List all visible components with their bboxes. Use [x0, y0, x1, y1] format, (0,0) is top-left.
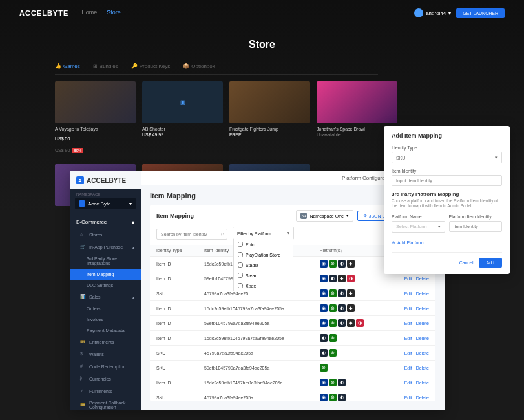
- platform-icon-ep: ◆: [347, 289, 355, 297]
- edit-link[interactable]: Edit: [404, 381, 412, 385]
- namespace-label: NAMESPACE: [70, 189, 141, 198]
- cell-type: Item ID: [150, 301, 198, 316]
- delete-link[interactable]: Delete: [416, 366, 429, 370]
- tab-product-keys[interactable]: 🔑Product Keys: [131, 63, 171, 69]
- sidebar-item-dlc[interactable]: DLC Settings: [70, 280, 141, 291]
- sidebar-item-iap[interactable]: 🛒In-App Purchase▴: [70, 241, 141, 253]
- sidebar-item-payment-cb[interactable]: 💳Payment Callback Configuration: [70, 397, 141, 410]
- delete-link[interactable]: Delete: [416, 336, 429, 341]
- cell-platforms: ◉⊗◐◆: [313, 257, 384, 271]
- code-icon: #: [80, 364, 86, 370]
- platform-icon-st: ◐: [338, 319, 346, 327]
- game-card[interactable]: A Voyage to Teletjaya US$ 50 US$ 9080%: [55, 81, 136, 154]
- sidebar-item-code-redemption[interactable]: #Code Redemption: [70, 361, 141, 373]
- filter-option[interactable]: PlayStation Store: [234, 249, 293, 260]
- sidebar-item-currencies[interactable]: ₿Currencies: [70, 373, 141, 385]
- sidebar-item-orders[interactable]: Orders: [70, 303, 141, 314]
- cell-identity: 45799a7da3fa94ae205a: [198, 346, 313, 361]
- edit-link[interactable]: Edit: [404, 321, 412, 326]
- cell-type: Item ID: [150, 331, 198, 346]
- identity-type-select[interactable]: SKU▾: [392, 152, 502, 163]
- tab-optionbox[interactable]: 📦Optionbox: [183, 63, 215, 69]
- tab-games[interactable]: 👍Games: [55, 63, 80, 69]
- filter-checkbox[interactable]: [238, 252, 243, 257]
- fulfillment-icon: ✓: [80, 388, 86, 394]
- namespace-select[interactable]: AccelByte ▾: [75, 198, 136, 209]
- cell-platforms: ◐⊗: [313, 346, 384, 361]
- sidebar-item-invoices[interactable]: Invoices: [70, 314, 141, 325]
- card-title: Item Mapping: [156, 213, 194, 219]
- get-launcher-button[interactable]: GET LAUNCHER: [456, 8, 505, 18]
- filter-checkbox[interactable]: [238, 283, 243, 288]
- bg-user-chip[interactable]: androi44 ▾: [414, 8, 451, 17]
- edit-link[interactable]: Edit: [404, 395, 412, 400]
- item-identity-input[interactable]: [392, 175, 502, 186]
- sidebar-item-stores[interactable]: ⌂Stores: [70, 229, 141, 241]
- filter-checkbox[interactable]: [238, 273, 243, 278]
- filter-checkbox[interactable]: [238, 262, 243, 268]
- platform-icon-ep: ◆: [347, 304, 355, 312]
- cell-platforms: ◉⊗◐: [313, 375, 384, 390]
- currency-icon: ₿: [80, 376, 86, 382]
- delete-link[interactable]: Delete: [416, 351, 429, 355]
- namespace-dropdown[interactable]: N1Namespace One▾: [296, 210, 353, 222]
- filter-option[interactable]: Xbox: [234, 280, 293, 291]
- game-card[interactable]: Frostgate Fighters Jump FREE: [229, 81, 310, 154]
- delete-link[interactable]: Delete: [416, 381, 429, 385]
- platform-icon-ps: ◉: [320, 319, 328, 327]
- sidebar-item-3rd-party[interactable]: 3rd Party Store Integrations: [70, 253, 141, 269]
- edit-link[interactable]: Edit: [404, 336, 412, 341]
- platform-icon-st: ◐: [338, 394, 346, 401]
- table-row: SKU45799a7da3fa94ae205a◐⊗EditDelete: [150, 346, 435, 361]
- filter-option[interactable]: Stadia: [234, 260, 293, 270]
- platform-icon-ps: ◉: [320, 394, 328, 401]
- sidebar-item-entitlements[interactable]: 🎫Entitlements: [70, 336, 141, 348]
- filter-checkbox[interactable]: [238, 242, 243, 247]
- delete-link[interactable]: Delete: [416, 277, 429, 281]
- platform-name-select[interactable]: Select Platform▾: [392, 221, 445, 233]
- col-identity-type: Identity Type: [150, 245, 198, 257]
- game-card[interactable]: ▣ AB Shooter US$ 49.99: [142, 81, 223, 154]
- sidebar-item-payment-meta[interactable]: Payment Metadata: [70, 325, 141, 336]
- cell-type: Item ID: [150, 316, 198, 331]
- sidebar-item-fulfillments[interactable]: ✓Fulfillments: [70, 385, 141, 397]
- delete-link[interactable]: Delete: [416, 395, 429, 400]
- edit-link[interactable]: Edit: [404, 277, 412, 281]
- sidebar-item-item-mapping[interactable]: Item Mapping: [70, 269, 141, 280]
- platform-identity-input[interactable]: [449, 221, 503, 232]
- sidebar-item-wallets[interactable]: $Wallets: [70, 348, 141, 361]
- edit-link[interactable]: Edit: [404, 351, 412, 355]
- section-ecommerce[interactable]: E-Commerce▴: [70, 215, 141, 229]
- filter-platform-dropdown[interactable]: Filter by Platform▾ EpicPlayStation Stor…: [233, 227, 294, 240]
- delete-link[interactable]: Delete: [416, 321, 429, 326]
- store-icon: ⌂: [80, 232, 86, 238]
- chevron-down-icon: ▾: [438, 224, 441, 229]
- edit-link[interactable]: Edit: [404, 306, 412, 311]
- platform-icon-xb: ⊗: [320, 364, 328, 372]
- filter-option[interactable]: Steam: [234, 270, 293, 280]
- add-submit-button[interactable]: Add: [479, 258, 502, 268]
- avatar: [414, 8, 423, 17]
- cell-identity: 15dc2c59efb1045799a7da3fa94ae205a: [198, 301, 313, 316]
- cancel-button[interactable]: Cancel: [459, 258, 474, 268]
- cell-platforms: ◉⊗◐: [313, 390, 384, 402]
- table-row: SKU59efb1045799a7da3fa94ae205a⊗EditDelet…: [150, 361, 435, 375]
- filter-option[interactable]: Epic: [234, 239, 293, 249]
- edit-link[interactable]: Edit: [404, 291, 412, 296]
- col-platforms: Platform(s): [313, 245, 384, 257]
- table-row: Item ID59efb1045799a7da3fa94ae205a◉⊗◐◆◑E…: [150, 316, 435, 331]
- cell-platforms: ◉⊗◐◆: [313, 301, 384, 316]
- bg-nav-store[interactable]: Store: [107, 9, 121, 17]
- cell-type: SKU: [150, 361, 198, 375]
- table-row: Item ID15dc2c59efb10457hmJa3fan94ae205a◉…: [150, 375, 435, 390]
- delete-link[interactable]: Delete: [416, 306, 429, 311]
- search-input[interactable]: [156, 229, 227, 240]
- add-platform-link[interactable]: ⊕Add Platform: [392, 240, 502, 246]
- edit-link[interactable]: Edit: [404, 366, 412, 370]
- tab-bundles[interactable]: ⊞Bundles: [93, 63, 118, 69]
- bg-nav-home[interactable]: Home: [81, 9, 97, 17]
- cart-icon: 🛒: [80, 244, 86, 250]
- sidebar-item-sales[interactable]: 📊Sales▴: [70, 291, 141, 303]
- bg-page-title: Store: [0, 39, 524, 50]
- delete-link[interactable]: Delete: [416, 291, 429, 296]
